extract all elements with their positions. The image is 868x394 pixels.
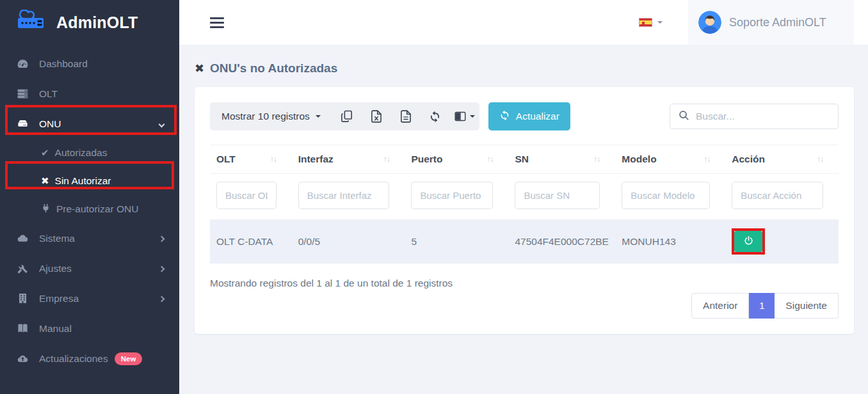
table-footer: Mostrando registros del 1 al 1 de un tot… [210, 278, 839, 319]
column-header-sn[interactable]: SN↑↓ [508, 145, 615, 174]
user-name: Soporte AdminOLT [729, 16, 826, 29]
topbar-spacer [854, 0, 868, 45]
datatable-toolbar: Mostrar 10 registros [210, 102, 839, 130]
hamburger-menu-icon[interactable] [210, 17, 224, 28]
olt-servers-icon [15, 88, 29, 100]
copy-icon[interactable] [332, 102, 362, 130]
pagination: Anterior 1 Siguiente [691, 293, 839, 319]
language-dropdown[interactable] [639, 18, 663, 27]
column-header-puerto[interactable]: Puerto↑↓ [405, 145, 508, 174]
chevron-right-icon [159, 234, 164, 243]
sidebar-item-sin-autorizar[interactable]: ✖ Sin Autorizar [0, 167, 179, 195]
pagination-page-1[interactable]: 1 [749, 293, 775, 319]
sidebar-item-label: Sistema [39, 233, 75, 244]
search-icon [679, 110, 689, 123]
annotation-box-power-button [732, 228, 765, 255]
power-icon [743, 235, 754, 248]
chevron-right-icon [159, 264, 164, 273]
datatable-card: Mostrar 10 registros [195, 87, 854, 334]
filter-accion-input[interactable] [732, 182, 823, 209]
filter-olt-input[interactable] [216, 182, 277, 209]
sidebar-item-dashboard[interactable]: Dashboard [0, 49, 179, 79]
user-menu[interactable]: Soporte AdminOLT [688, 0, 854, 45]
chevron-right-icon [159, 294, 164, 303]
sidebar-item-olt[interactable]: OLT [0, 79, 179, 109]
brand[interactable]: AdminOLT [0, 0, 179, 45]
topbar-right: Soporte AdminOLT [639, 0, 868, 45]
sidebar-item-onu[interactable]: ONU [0, 109, 179, 139]
refresh-icon[interactable] [421, 102, 450, 130]
cloud-upload-icon [15, 352, 29, 365]
search-input[interactable] [696, 111, 830, 122]
sort-arrows-icon: ↑↓ [383, 155, 389, 164]
actualizar-label: Actualizar [516, 111, 559, 122]
sidebar-item-autorizadas[interactable]: ✔ Autorizadas [0, 139, 179, 167]
book-icon [15, 322, 29, 335]
content: ✖ ONU's no Autorizadas Mostrar 10 regist… [179, 45, 868, 394]
cell-interfaz: 0/0/5 [292, 219, 405, 264]
filter-modelo-input[interactable] [622, 182, 710, 209]
sidebar-item-pre-autorizar[interactable]: Pre-autorizar ONU [0, 195, 179, 223]
actualizar-button[interactable]: Actualizar [488, 102, 570, 130]
column-header-interfaz[interactable]: Interfaz↑↓ [292, 145, 405, 174]
filter-puerto-input[interactable] [411, 182, 493, 209]
table-header-row: OLT↑↓ Interfaz↑↓ Puerto↑↓ SN↑↓ Modelo↑↓ … [210, 145, 839, 174]
building-icon [15, 292, 29, 304]
sidebar-menu: Dashboard OLT ONU ✔ Autorizadas ✖ [0, 45, 179, 374]
authorize-power-button[interactable] [734, 231, 762, 252]
page-length-label: Mostrar 10 registros [221, 111, 310, 122]
page-length-dropdown[interactable]: Mostrar 10 registros [210, 111, 332, 122]
sidebar-item-empresa[interactable]: Empresa [0, 283, 179, 313]
sort-arrows-icon: ↑↓ [486, 155, 493, 164]
sidebar-item-label: OLT [39, 88, 58, 100]
columns-icon[interactable] [450, 102, 479, 130]
cell-puerto: 5 [405, 219, 508, 264]
column-header-olt[interactable]: OLT↑↓ [210, 145, 292, 174]
pagination-previous[interactable]: Anterior [691, 293, 749, 319]
plug-icon [41, 203, 51, 215]
sidebar-item-actualizaciones[interactable]: Actualizaciones New [0, 343, 179, 374]
x-mark-icon: ✖ [195, 61, 204, 75]
adminolt-app: AdminOLT Dashboard OLT ONU [0, 0, 868, 394]
global-search [670, 104, 839, 129]
sidebar: AdminOLT Dashboard OLT ONU [0, 0, 179, 394]
gauge-icon [15, 58, 29, 70]
file-icon[interactable] [391, 102, 421, 130]
sidebar-item-label: Dashboard [39, 58, 88, 70]
caret-down-icon [657, 21, 663, 24]
avatar [698, 11, 721, 34]
chevron-down-icon [159, 120, 164, 129]
caret-down-icon [470, 115, 475, 118]
tools-icon [15, 262, 29, 274]
sidebar-item-manual[interactable]: Manual [0, 313, 179, 343]
filter-sn-input[interactable] [515, 182, 600, 209]
sidebar-item-sistema[interactable]: Sistema [0, 223, 179, 253]
filter-interfaz-input[interactable] [298, 182, 390, 209]
page-title-row: ✖ ONU's no Autorizadas [195, 61, 854, 75]
onu-table: OLT↑↓ Interfaz↑↓ Puerto↑↓ SN↑↓ Modelo↑↓ … [210, 145, 839, 264]
cloud-icon [15, 232, 29, 244]
sort-arrows-icon: ↑↓ [270, 155, 277, 164]
table-filter-row [210, 174, 839, 220]
datatable-button-group: Mostrar 10 registros [210, 102, 479, 130]
cell-sn: 47504F4E000C72BE [508, 219, 615, 264]
refresh-icon [499, 110, 510, 123]
cell-modelo: MONUH143 [615, 219, 725, 264]
pagination-next[interactable]: Siguiente [775, 293, 839, 319]
sidebar-item-label: Ajustes [39, 263, 72, 274]
check-icon: ✔ [41, 147, 49, 159]
sidebar-item-ajustes[interactable]: Ajustes [0, 253, 179, 283]
brand-logo-icon [17, 10, 50, 35]
page-title: ONU's no Autorizadas [210, 61, 337, 75]
sidebar-item-label: Empresa [39, 293, 79, 304]
cell-accion [725, 219, 839, 264]
sidebar-item-label: Manual [39, 323, 72, 335]
records-info: Mostrando registros del 1 al 1 de un tot… [210, 278, 453, 289]
table-row: OLT C-DATA 0/0/5 5 47504F4E000C72BE MONU… [210, 219, 839, 264]
spain-flag-icon [639, 18, 652, 27]
sidebar-item-label: ONU [39, 118, 61, 130]
cell-olt: OLT C-DATA [210, 219, 292, 264]
column-header-accion[interactable]: Acción↑↓ [725, 145, 839, 174]
column-header-modelo[interactable]: Modelo↑↓ [615, 145, 725, 174]
excel-icon[interactable] [362, 102, 391, 130]
